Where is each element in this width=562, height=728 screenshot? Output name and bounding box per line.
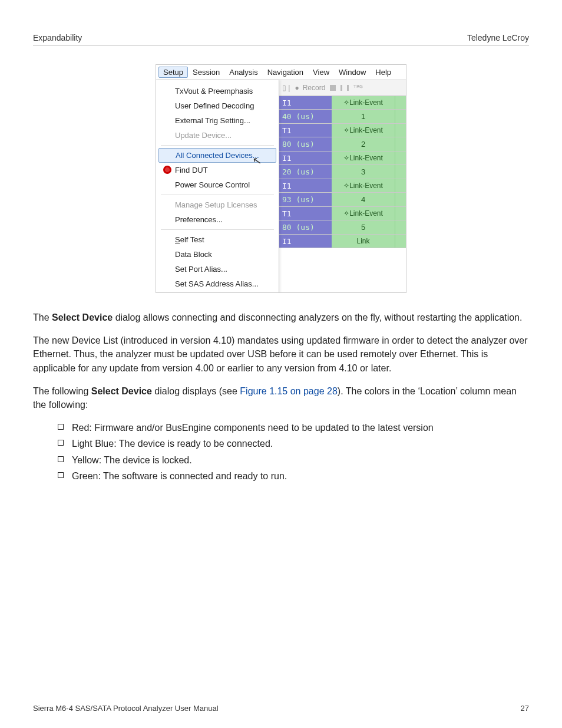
cell: T1 (279, 124, 332, 137)
cell: 1 (332, 110, 395, 123)
cell: 93 (us) (279, 193, 332, 206)
dd-ext-trig[interactable]: External Trig Setting... (156, 113, 279, 128)
cell (395, 179, 406, 192)
dd-user-decoding[interactable]: User Defined Decoding (156, 98, 279, 113)
cell: 20 (us) (279, 165, 332, 179)
data-table: I1✧ Link-Event 40 (us)1 T1✧ Link-Event 8… (279, 95, 406, 292)
dd-set-port-alias[interactable]: Set Port Alias... (156, 262, 279, 276)
cell: 4 (332, 193, 395, 206)
cell: T1 (279, 207, 332, 220)
cell: I1 (279, 151, 332, 164)
list-item: Green: The software is connected and rea… (58, 469, 529, 483)
cell (395, 207, 406, 220)
menu-session[interactable]: Session (188, 67, 224, 78)
trigger-icon[interactable]: ᵀᴿᴳ (353, 84, 363, 92)
menu-analysis[interactable]: Analysis (224, 67, 262, 78)
cell (395, 151, 406, 164)
cell: ✧ Link-Event (332, 207, 395, 220)
cell (395, 193, 406, 206)
stop-button[interactable] (330, 85, 336, 91)
toolbar-left: ▯ | (282, 84, 290, 92)
pause-button[interactable] (340, 85, 349, 91)
cell: 5 (332, 220, 395, 234)
dd-data-block[interactable]: Data Block (156, 247, 279, 262)
cell (395, 235, 406, 248)
menu-view[interactable]: View (308, 67, 334, 78)
menubar: Setup Session Analysis Navigation View W… (156, 65, 406, 80)
cell (395, 220, 406, 234)
dd-txvout[interactable]: TxVout & Preemphasis (156, 84, 279, 98)
cell (395, 165, 406, 179)
paragraph-2: The new Device List (introduced in versi… (33, 334, 529, 375)
cell: 80 (us) (279, 137, 332, 151)
dd-sep-2 (161, 195, 274, 195)
figure-xref[interactable]: Figure 1.15 on page 28 (240, 386, 337, 396)
cell: 2 (332, 137, 395, 151)
cell: I1 (279, 96, 332, 109)
dd-preferences[interactable]: Preferences... (156, 212, 279, 227)
list-item: Yellow: The device is locked. (58, 453, 529, 467)
menu-help[interactable]: Help (371, 67, 396, 78)
menu-navigation[interactable]: Navigation (263, 67, 308, 78)
dd-sep-1 (161, 145, 274, 146)
cell (395, 110, 406, 123)
toolbar: ▯ | ● Record ᵀᴿᴳ (279, 80, 406, 96)
header-left: Expandability (33, 33, 82, 42)
cell: ✧ Link-Event (332, 96, 395, 109)
cell: ✧ Link-Event (332, 124, 395, 137)
dd-sep-3 (161, 229, 274, 230)
cell (395, 124, 406, 137)
figure-screenshot: Setup Session Analysis Navigation View W… (33, 64, 529, 293)
menu-setup[interactable]: Setup (158, 67, 188, 78)
paragraph-1: The Select Device dialog allows connecti… (33, 311, 529, 324)
footer-page: 27 (521, 704, 529, 713)
cell: I1 (279, 235, 332, 248)
list-item: Red: Firmware and/or BusEngine component… (58, 421, 529, 434)
cell: 80 (us) (279, 220, 332, 234)
cell (395, 96, 406, 109)
dd-set-sas-alias[interactable]: Set SAS Address Alias... (156, 276, 279, 291)
footer-left: Sierra M6-4 SAS/SATA Protocol Analyzer U… (33, 704, 219, 713)
color-legend-list: Red: Firmware and/or BusEngine component… (33, 421, 529, 483)
cell: ✧ Link-Event (332, 179, 395, 192)
header-right: Teledyne LeCroy (467, 33, 529, 42)
cell: 40 (us) (279, 110, 332, 123)
setup-dropdown: TxVout & Preemphasis User Defined Decodi… (156, 80, 279, 293)
header-rule (33, 45, 529, 45)
record-button[interactable]: ● Record (295, 84, 325, 92)
list-item: Light Blue: The device is ready to be co… (58, 437, 529, 450)
cell (395, 137, 406, 151)
cell: ✧ Link-Event (332, 151, 395, 164)
dd-self-test[interactable]: Self Test (156, 232, 279, 247)
dd-update-device: Update Device... (156, 128, 279, 143)
dd-power-source[interactable]: Power Source Control (156, 177, 279, 192)
dd-manage-licenses: Manage Setup Licenses (156, 197, 279, 212)
menu-window[interactable]: Window (334, 67, 371, 78)
paragraph-3: The following Select Device dialog displ… (33, 384, 529, 411)
cell: I1 (279, 179, 332, 192)
cell: 3 (332, 165, 395, 179)
cell: Link (332, 235, 395, 248)
